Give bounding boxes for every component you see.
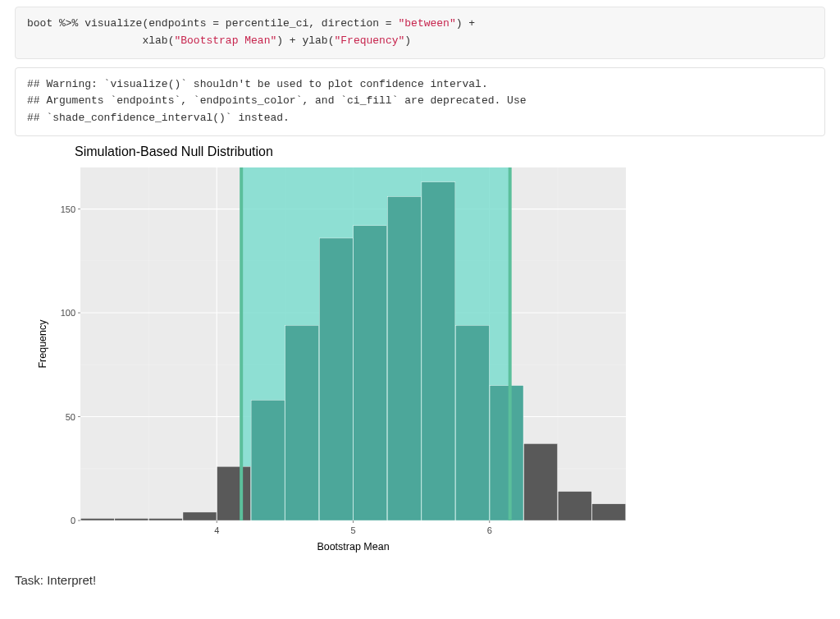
code-string: "Frequency" bbox=[334, 34, 404, 47]
chart-container: Simulation-Based Null Distribution050100… bbox=[31, 143, 638, 562]
histogram-bar bbox=[558, 492, 591, 520]
code-text: xlab( bbox=[27, 34, 174, 47]
x-tick-label: 4 bbox=[214, 525, 219, 535]
code-text: ) bbox=[404, 34, 411, 47]
x-tick-label: 6 bbox=[487, 525, 492, 535]
code-text: boot %>% visualize(endpoints = percentil… bbox=[27, 17, 398, 30]
code-text: ) + ylab( bbox=[276, 34, 334, 47]
histogram-bar bbox=[115, 518, 148, 520]
histogram-bar bbox=[285, 325, 319, 520]
histogram-bar bbox=[354, 226, 387, 520]
code-text: ) + bbox=[456, 17, 475, 30]
histogram-bar bbox=[319, 238, 353, 520]
histogram-bar bbox=[251, 400, 285, 520]
task-text: Task: Interpret! bbox=[15, 573, 825, 587]
warning-line: ## `shade_confidence_interval()` instead… bbox=[27, 112, 290, 124]
histogram-bar bbox=[183, 512, 217, 520]
chart-title: Simulation-Based Null Distribution bbox=[75, 144, 273, 158]
histogram-chart: Simulation-Based Null Distribution050100… bbox=[31, 143, 638, 562]
code-string: "between" bbox=[398, 17, 455, 30]
histogram-bar bbox=[217, 466, 251, 520]
code-block: boot %>% visualize(endpoints = percentil… bbox=[15, 7, 825, 59]
y-tick-label: 0 bbox=[71, 516, 75, 525]
warning-line: ## Warning: `visualize()` shouldn't be u… bbox=[27, 78, 488, 90]
histogram-bar bbox=[490, 386, 523, 520]
x-tick-label: 5 bbox=[350, 525, 355, 535]
histogram-bar bbox=[455, 325, 489, 520]
y-tick-label: 100 bbox=[61, 308, 75, 318]
y-tick-label: 150 bbox=[61, 204, 75, 214]
x-axis-label: Bootstrap Mean bbox=[317, 541, 389, 553]
histogram-bar bbox=[148, 518, 182, 520]
y-axis-label: Frequency bbox=[37, 319, 48, 369]
warning-block: ## Warning: `visualize()` shouldn't be u… bbox=[15, 67, 825, 136]
histogram-bar bbox=[387, 196, 421, 520]
code-string: "Bootstrap Mean" bbox=[174, 34, 276, 47]
histogram-bar bbox=[592, 504, 626, 520]
warning-line: ## Arguments `endpoints`, `endpoints_col… bbox=[27, 94, 527, 107]
histogram-bar bbox=[524, 443, 558, 520]
histogram-bar bbox=[80, 518, 114, 520]
histogram-bar bbox=[422, 182, 455, 520]
y-tick-label: 50 bbox=[66, 412, 75, 422]
